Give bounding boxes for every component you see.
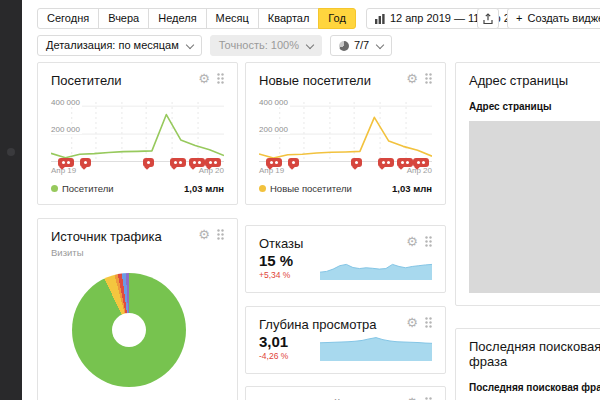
plus-icon: + bbox=[516, 12, 522, 25]
legend-value: 1,03 млн bbox=[184, 183, 224, 194]
metric-label: Визиты bbox=[51, 247, 224, 258]
table-placeholder bbox=[469, 121, 600, 293]
drag-handle-icon[interactable] bbox=[425, 236, 432, 247]
kpi-delta: -4,26 % bbox=[259, 351, 288, 361]
tab-week[interactable]: Неделя bbox=[148, 8, 206, 29]
comment-marker-icon[interactable] bbox=[397, 158, 413, 167]
widget-visitors: Посетители ⚙ 400 000 200 000 Апр 19 Апр … bbox=[37, 62, 238, 205]
kpi-delta: +5,34 % bbox=[259, 270, 293, 280]
widget-title: Источник трафика bbox=[51, 229, 162, 244]
actions-toolbar: + Создать виджет Библиотека bbox=[477, 8, 600, 29]
kpi-value: 15 % bbox=[259, 252, 293, 269]
x-axis-labels: Апр 19 Апр 20 bbox=[259, 166, 432, 175]
settings-icon[interactable]: ⚙ bbox=[406, 73, 418, 84]
widget-page-url: Адрес страницы Адрес страницы bbox=[455, 62, 600, 306]
create-widget-button[interactable]: + Создать виджет bbox=[507, 8, 600, 29]
widget-title: Отказы bbox=[259, 236, 303, 251]
comment-marker-icon[interactable] bbox=[378, 158, 394, 167]
comment-marker-icon[interactable] bbox=[58, 158, 74, 167]
legend-value: 1,03 млн bbox=[392, 183, 432, 194]
widget-title: Глубина просмотра bbox=[259, 317, 377, 332]
create-widget-label: Создать виджет bbox=[527, 12, 600, 25]
period-toolbar: Сегодня Вчера Неделя Месяц Квартал Год 1… bbox=[37, 8, 537, 29]
chart-period-icon bbox=[375, 14, 385, 24]
comment-marker-icon[interactable] bbox=[288, 158, 299, 167]
drag-handle-icon[interactable] bbox=[425, 317, 432, 328]
detalization-label: Детализация: по месяцам bbox=[46, 39, 179, 52]
table-column-header: Последняя поисковая фраза bbox=[469, 382, 600, 393]
drag-handle-icon[interactable] bbox=[217, 73, 224, 84]
upload-icon bbox=[482, 13, 494, 25]
accuracy-dropdown[interactable]: Точность: 100% bbox=[210, 35, 322, 56]
y-axis-tick: 200 000 bbox=[259, 125, 290, 134]
filters-toolbar: Детализация: по месяцам Точность: 100% 7… bbox=[37, 35, 392, 56]
y-axis-tick: 400 000 bbox=[259, 98, 290, 107]
widget-last-search-phrase: Последняя поисковая фраза Последняя поис… bbox=[455, 328, 600, 400]
kpi-value: 3,01 bbox=[259, 333, 288, 350]
settings-icon[interactable]: ⚙ bbox=[198, 73, 210, 84]
goals-circle-icon bbox=[339, 41, 349, 51]
export-button[interactable] bbox=[477, 8, 499, 29]
tab-today[interactable]: Сегодня bbox=[37, 8, 99, 29]
widget-title: Последняя поисковая фраза bbox=[469, 339, 600, 369]
comment-marker-icon[interactable] bbox=[351, 158, 362, 167]
bounces-sparkline[interactable] bbox=[320, 254, 432, 280]
rail-icon bbox=[7, 148, 15, 156]
traffic-source-donut-chart[interactable] bbox=[72, 273, 186, 387]
tab-yesterday[interactable]: Вчера bbox=[98, 8, 149, 29]
comment-marker-icon[interactable] bbox=[189, 158, 205, 167]
drag-handle-icon[interactable] bbox=[425, 73, 432, 84]
y-axis-tick: 400 000 bbox=[51, 98, 82, 107]
widget-view-depth: Глубина просмотра ⚙ 3,01 -4,26 % bbox=[245, 306, 446, 374]
chevron-down-icon bbox=[185, 40, 193, 48]
comment-marker-icon[interactable] bbox=[413, 158, 429, 167]
widget-new-visitors: Новые посетители ⚙ 400 000 200 000 Апр 1… bbox=[245, 62, 446, 205]
chart-legend: Новые посетители 1,03 млн bbox=[259, 183, 432, 194]
accuracy-label: Точность: 100% bbox=[219, 39, 299, 52]
widget-time-on-site: Время на сайте ⚙ bbox=[245, 386, 446, 400]
x-axis-labels: Апр 19 Апр 20 bbox=[51, 166, 224, 175]
tab-month[interactable]: Месяц bbox=[206, 8, 259, 29]
chart-legend: Посетители 1,03 млн bbox=[51, 183, 224, 194]
settings-icon[interactable]: ⚙ bbox=[406, 236, 418, 247]
widget-title: Посетители bbox=[51, 73, 122, 88]
goals-label: 7/7 bbox=[354, 39, 369, 52]
settings-icon[interactable]: ⚙ bbox=[198, 229, 210, 240]
settings-icon[interactable]: ⚙ bbox=[406, 317, 418, 328]
table-column-header: Адрес страницы bbox=[469, 101, 600, 112]
new-visitors-line-chart[interactable]: 400 000 200 000 bbox=[259, 102, 432, 162]
comment-marker-icon[interactable] bbox=[80, 158, 91, 167]
comment-marker-icon[interactable] bbox=[205, 158, 221, 167]
comment-marker-icon[interactable] bbox=[170, 158, 186, 167]
widget-traffic-source: Источник трафика ⚙ Визиты bbox=[37, 218, 238, 400]
legend-label: Посетители bbox=[62, 183, 114, 194]
y-axis-tick: 200 000 bbox=[51, 125, 82, 134]
depth-sparkline[interactable] bbox=[320, 335, 432, 361]
legend-dot bbox=[51, 185, 58, 192]
widget-bounces: Отказы ⚙ 15 % +5,34 % bbox=[245, 225, 446, 293]
goals-filter-dropdown[interactable]: 7/7 bbox=[330, 35, 392, 56]
legend-label: Новые посетители bbox=[270, 183, 352, 194]
detalization-dropdown[interactable]: Детализация: по месяцам bbox=[37, 35, 202, 56]
chevron-down-icon bbox=[306, 40, 314, 48]
tab-year[interactable]: Год bbox=[318, 8, 356, 29]
period-tabs: Сегодня Вчера Неделя Месяц Квартал Год bbox=[37, 8, 356, 29]
comment-marker-icon[interactable] bbox=[266, 158, 282, 167]
app-side-rail bbox=[0, 0, 22, 400]
drag-handle-icon[interactable] bbox=[217, 229, 224, 240]
chevron-down-icon bbox=[376, 40, 384, 48]
tab-quarter[interactable]: Квартал bbox=[258, 8, 320, 29]
legend-dot bbox=[259, 185, 266, 192]
widget-title: Адрес страницы bbox=[469, 73, 568, 88]
visitors-line-chart[interactable]: 400 000 200 000 bbox=[51, 102, 224, 162]
comment-marker-icon[interactable] bbox=[143, 158, 154, 167]
widget-title: Новые посетители bbox=[259, 73, 371, 88]
